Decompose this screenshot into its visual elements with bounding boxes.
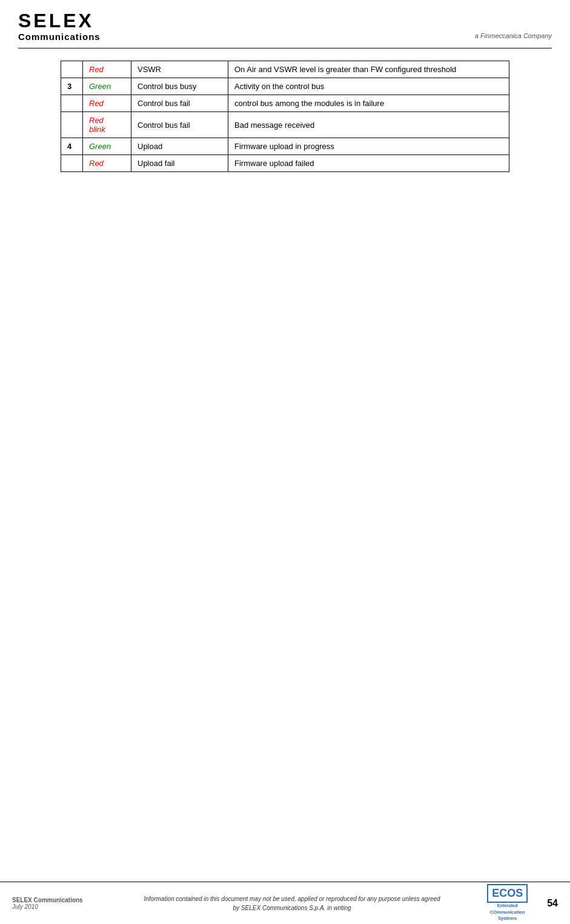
footer-right: ECOS Extended COmmunication Systems 54 — [487, 884, 558, 922]
table-row-state: Control bus fail — [131, 95, 228, 112]
ecos-logo: ECOS Extended COmmunication Systems — [487, 884, 528, 922]
table-row-description: Firmware upload in progress — [228, 138, 509, 155]
table-row-num: 4 — [61, 138, 83, 155]
footer-copyright: Information contained in this document m… — [97, 894, 487, 912]
table-row-state: VSWR — [131, 61, 228, 78]
table-row-state: Control bus fail — [131, 112, 228, 138]
table-row-state: Upload fail — [131, 155, 228, 172]
table-row-num — [61, 95, 83, 112]
table-row-state: Upload — [131, 138, 228, 155]
table-row-color: Green — [83, 78, 131, 95]
footer-company: SELEX Communications — [12, 897, 97, 903]
table-row-description: Firmware upload failed — [228, 155, 509, 172]
main-content: RedVSWROn Air and VSWR level is greater … — [0, 48, 570, 184]
table-row-state: Control bus busy — [131, 78, 228, 95]
ecos-label: ECOS — [492, 887, 523, 900]
table-row-description: On Air and VSWR level is greater than FW… — [228, 61, 509, 78]
finmeccanica-label: a Finmeccanica Company — [475, 32, 552, 42]
table-row-num — [61, 61, 83, 78]
table-row-description: Bad message received — [228, 112, 509, 138]
table-row-color: Red — [83, 61, 131, 78]
footer-date: July 2010 — [12, 903, 97, 910]
table-row-color: Red — [83, 95, 131, 112]
status-table: RedVSWROn Air and VSWR level is greater … — [61, 61, 509, 172]
ecos-tagline: Extended COmmunication Systems — [490, 903, 525, 922]
table-row-num — [61, 112, 83, 138]
selex-logo: SELEX — [18, 11, 101, 30]
page-number: 54 — [547, 898, 558, 909]
table-row-num — [61, 155, 83, 172]
logo-area: SELEX Communications — [18, 11, 101, 42]
page-footer: SELEX Communications July 2010 Informati… — [0, 882, 570, 924]
table-row-color: Green — [83, 138, 131, 155]
table-row-color: Red — [83, 155, 131, 172]
communications-label: Communications — [18, 32, 101, 42]
table-row-color: Redblink — [83, 112, 131, 138]
page-header: SELEX Communications a Finmeccanica Comp… — [0, 0, 570, 48]
table-row-num: 3 — [61, 78, 83, 95]
table-row-description: control bus among the modules is in fail… — [228, 95, 509, 112]
table-row-description: Activity on the control bus — [228, 78, 509, 95]
